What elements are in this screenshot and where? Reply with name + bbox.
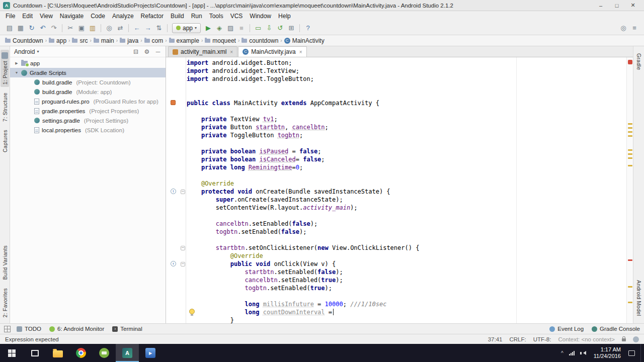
stripe-mark[interactable]	[628, 259, 632, 261]
menu-build[interactable]: Build	[167, 12, 188, 21]
stripe-mark[interactable]	[628, 157, 632, 159]
fold-gutter-icon[interactable]: –	[181, 190, 185, 194]
stripe-mark[interactable]	[628, 153, 632, 155]
code-line[interactable]: public class MainActivity extends AppCom…	[187, 99, 626, 107]
code-line[interactable]: cancelbtn.setEnabled(false);	[187, 220, 626, 228]
speaker-icon[interactable]	[581, 351, 586, 355]
taskbar-android-app[interactable]	[93, 344, 116, 362]
project-view-selector[interactable]: Android	[14, 48, 35, 55]
toolbar-menu-icon[interactable]: ≡	[629, 23, 639, 33]
toolwindow-button-gradle-console[interactable]: Gradle Console	[592, 326, 640, 332]
stripe-mark[interactable]	[628, 286, 632, 288]
menu-help[interactable]: Help	[275, 12, 294, 21]
toolwindow-button-6-android-monitor[interactable]: 6: Android Monitor	[49, 326, 104, 332]
code-line[interactable]: super.onCreate(savedInstanceState);	[187, 196, 626, 204]
tool-stripe-captures[interactable]: Captures	[1, 127, 9, 155]
code-line[interactable]: long countDownInterval =	[187, 308, 626, 316]
tree-expand-icon[interactable]: ▼	[14, 71, 19, 74]
close-button[interactable]: ✕	[625, 2, 641, 9]
code-line[interactable]: togbtn.setEnabled(false);	[187, 228, 626, 236]
tree-item-local-properties-sdk-location[interactable]: local.properties(SDK Location)	[10, 125, 166, 135]
tree-expand-icon[interactable]: ▶	[14, 61, 19, 65]
line-separator-widget[interactable]: CRLF:	[509, 336, 526, 342]
code-line[interactable]: @Override	[187, 179, 626, 188]
code-line[interactable]: private TextView tv1;	[187, 115, 626, 123]
fold-gutter-icon[interactable]: –	[181, 262, 185, 266]
stripe-mark[interactable]	[628, 165, 632, 166]
toolwindow-button-event-log[interactable]: Event Log	[549, 326, 584, 332]
tool-stripe-2-favorites[interactable]: 2: Favorites	[1, 286, 9, 320]
code-line[interactable]: togbtn.setEnabled(true);	[187, 284, 626, 292]
fold-gutter-icon[interactable]: –	[181, 246, 185, 250]
hide-panel-icon[interactable]: ─	[154, 48, 162, 55]
code-line[interactable]	[187, 171, 626, 179]
code-line[interactable]	[187, 236, 626, 244]
find-icon[interactable]: ◎	[104, 23, 114, 33]
stop-icon[interactable]: ■	[236, 23, 247, 33]
code-line[interactable]	[187, 212, 626, 220]
menu-code[interactable]: Code	[87, 12, 109, 21]
show-desktop-button[interactable]	[640, 344, 643, 362]
menu-file[interactable]: File	[2, 12, 19, 21]
search-everywhere-icon[interactable]: ◎	[618, 23, 628, 33]
taskbar-file-explorer[interactable]	[46, 344, 69, 362]
synchronize-icon[interactable]: ↻	[27, 23, 37, 33]
tool-stripe-1-project[interactable]: 1: Project	[1, 50, 9, 87]
open-project-icon[interactable]: ▤	[5, 23, 15, 33]
class-gutter-icon[interactable]	[171, 100, 176, 105]
override-gutter-icon[interactable]: ↑	[171, 189, 176, 194]
code-line[interactable]: private ToggleButton togbtn;	[187, 131, 626, 139]
start-button[interactable]	[0, 344, 23, 362]
code-line[interactable]: startbtn.setEnabled(false);	[187, 268, 626, 276]
code-line[interactable]: private long Reminingtime=0;	[187, 163, 626, 171]
code-line[interactable]	[187, 139, 626, 147]
stripe-mark[interactable]	[628, 135, 632, 137]
run-icon[interactable]: ▶	[203, 23, 213, 33]
tree-item-proguard-rules-pro-proguard-rules-for-app[interactable]: proguard-rules.pro(ProGuard Rules for ap…	[10, 97, 166, 106]
settings-gear-icon[interactable]: ⚙	[143, 48, 150, 55]
code-line[interactable]: import android.widget.Button;	[187, 59, 626, 67]
code-line[interactable]: startbtn.setOnClickListener(new View.OnC…	[187, 244, 626, 252]
breadcrumb-example[interactable]: example	[168, 37, 200, 44]
sdk-manager-icon[interactable]: ⇩	[264, 23, 274, 33]
menu-window[interactable]: Window	[246, 12, 275, 21]
code-line[interactable]	[187, 91, 626, 99]
minimize-button[interactable]: –	[593, 3, 609, 9]
code-area[interactable]: import android.widget.Button;import andr…	[187, 59, 626, 323]
task-view-button[interactable]	[23, 344, 46, 362]
toolwindow-switcher-icon[interactable]	[4, 326, 11, 332]
copy-icon[interactable]: ▣	[76, 23, 87, 33]
menu-navigate[interactable]: Navigate	[56, 12, 87, 21]
run-configuration-select[interactable]: app▾	[172, 23, 201, 33]
replace-icon[interactable]: ⇄	[115, 23, 125, 33]
build-icon[interactable]: ⊞	[286, 23, 296, 33]
editor-tab-mainactivity-java[interactable]: CMainActivity.java×	[238, 46, 306, 57]
menu-refactor[interactable]: Refactor	[137, 12, 167, 21]
menu-vcs[interactable]: VCS	[227, 12, 247, 21]
debug-icon[interactable]: ◈	[214, 23, 224, 33]
context-widget[interactable]: Context: <no context>	[558, 336, 615, 342]
menu-edit[interactable]: Edit	[19, 12, 36, 21]
error-indicator-icon[interactable]	[628, 60, 632, 64]
code-line[interactable]	[187, 107, 626, 115]
breadcrumb-com[interactable]: com	[143, 37, 165, 44]
close-tab-icon[interactable]: ×	[230, 49, 233, 55]
save-all-icon[interactable]: ▦	[16, 23, 26, 33]
editor-tab-activity-main-xml[interactable]: activity_main.xml×	[168, 46, 237, 57]
undo-icon[interactable]: ↶	[38, 23, 48, 33]
taskbar-clock[interactable]: 1:17 AM 11/24/2016	[592, 346, 623, 359]
breadcrumb-moqueet[interactable]: moqueet	[204, 37, 237, 44]
recent-files-icon[interactable]: ⇅	[154, 23, 164, 33]
tool-stripe-7-structure[interactable]: 7: Structure	[1, 90, 9, 124]
paste-icon[interactable]: ▥	[88, 23, 98, 33]
breadcrumb-src[interactable]: src	[71, 37, 89, 44]
stripe-mark[interactable]	[628, 131, 632, 133]
network-icon[interactable]	[569, 350, 575, 355]
readonly-lock-icon[interactable]	[622, 338, 626, 341]
code-line[interactable]: private boolean isCanceled= false;	[187, 155, 626, 163]
avd-manager-icon[interactable]: ▭	[253, 23, 263, 33]
breadcrumb-main[interactable]: main	[93, 37, 115, 44]
code-line[interactable]: import android.widget.ToggleButton;	[187, 75, 626, 83]
menu-tools[interactable]: Tools	[206, 12, 227, 21]
code-line[interactable]	[187, 292, 626, 300]
